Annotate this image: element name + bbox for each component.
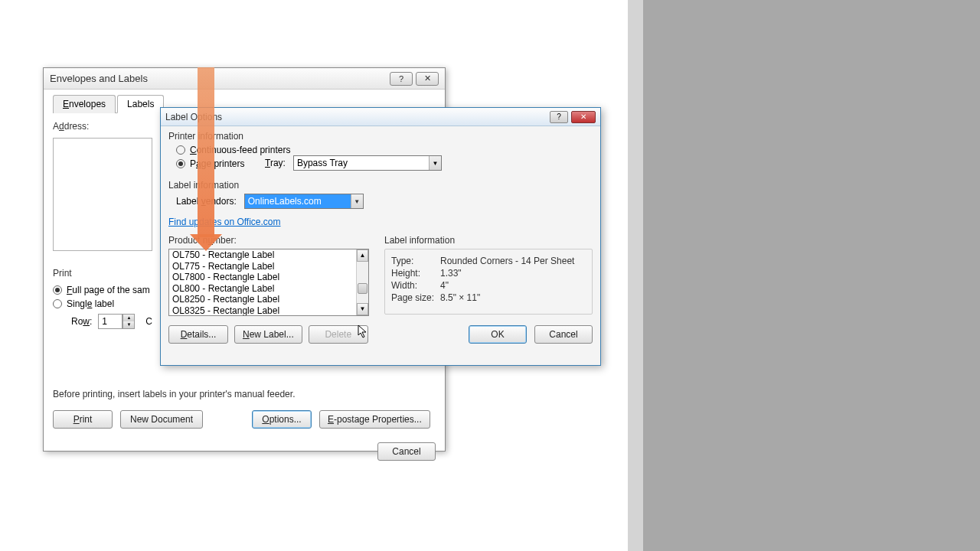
product-listbox[interactable]: OL750 - Rectangle Label OL775 - Rectangl… (168, 249, 369, 316)
col-stub: C (145, 316, 152, 327)
label-options-titlebar: Label Options ? ✕ (161, 108, 600, 126)
manual-feeder-note: Before printing, insert labels in your p… (53, 389, 436, 399)
listbox-scrollbar[interactable]: ▲ ▼ (356, 249, 368, 315)
close-button[interactable]: ✕ (571, 111, 596, 123)
radio-full-page[interactable] (53, 285, 62, 295)
label-info-heading: Label information (168, 180, 593, 191)
label-information-heading: Label information (384, 235, 593, 246)
annotation-arrow (198, 67, 214, 237)
row-input[interactable] (98, 314, 122, 329)
row-spinner[interactable]: ▲ ▼ (122, 314, 135, 329)
print-heading: Print (53, 268, 72, 279)
spinner-down-icon[interactable]: ▼ (123, 321, 134, 328)
address-textarea[interactable] (53, 138, 152, 251)
vendors-select[interactable]: OnlineLabels.com ▼ (244, 194, 364, 209)
info-page-label: Page size: (391, 292, 440, 303)
radio-single-label-text: Single label (67, 298, 114, 309)
info-width-value: 4" (440, 280, 449, 291)
info-type-value: Rounded Corners - 14 Per Sheet (440, 256, 574, 266)
row-label: Row: (71, 316, 92, 327)
vendors-value: OnlineLabels.com (248, 196, 322, 207)
ok-button[interactable]: OK (469, 325, 527, 344)
options-button[interactable]: Options... (252, 410, 312, 429)
tab-envelopes[interactable]: Envelopes (53, 95, 116, 113)
radio-single-label[interactable] (53, 299, 62, 308)
updates-link[interactable]: Find updates on Office.com (168, 217, 281, 227)
help-button[interactable]: ? (390, 72, 413, 86)
cancel-button[interactable]: Cancel (534, 325, 593, 344)
list-item[interactable]: OL775 - Rectangle Label (169, 261, 356, 272)
tray-select[interactable]: Bypass Tray ▼ (293, 155, 442, 171)
tab-labels[interactable]: Labels (117, 95, 164, 113)
new-label-button[interactable]: New Label... (234, 325, 302, 344)
print-button[interactable]: Print (53, 410, 113, 429)
dialog-title: Envelopes and Labels (50, 73, 387, 84)
list-item[interactable]: OL800 - Rectangle Label (169, 283, 356, 295)
tray-label: Tray: (265, 158, 286, 168)
background-panel (628, 0, 980, 551)
info-height-label: Height: (391, 268, 440, 279)
help-button[interactable]: ? (550, 111, 568, 123)
close-button[interactable]: ✕ (416, 72, 439, 86)
tray-value: Bypass Tray (297, 158, 348, 168)
scroll-thumb[interactable] (358, 283, 368, 294)
address-label: Address: (53, 121, 89, 132)
list-item[interactable]: OL750 - Rectangle Label (169, 249, 356, 261)
info-width-label: Width: (391, 280, 440, 291)
info-page-value: 8.5" × 11" (440, 292, 480, 303)
cancel-button[interactable]: Cancel (377, 442, 436, 461)
radio-continuous-feed[interactable] (176, 145, 185, 155)
radio-full-page-label: Full page of the sam (67, 285, 150, 295)
info-height-value: 1.33" (440, 268, 462, 279)
list-item[interactable]: OL7800 - Rectangle Label (169, 272, 356, 283)
label-options-dialog: Label Options ? ✕ Printer information Co… (160, 107, 601, 366)
radio-page-printers[interactable] (176, 159, 185, 168)
chevron-down-icon: ▼ (351, 194, 363, 208)
scroll-down-icon[interactable]: ▼ (357, 303, 368, 315)
chevron-down-icon: ▼ (429, 156, 441, 170)
new-document-button[interactable]: New Document (120, 410, 203, 429)
dialog-titlebar: Envelopes and Labels ? ✕ (44, 68, 445, 90)
label-info-panel: Type:Rounded Corners - 14 Per Sheet Heig… (384, 249, 593, 315)
details-button[interactable]: Details... (168, 325, 228, 344)
delete-button: Delete (309, 325, 368, 344)
epostage-button[interactable]: E-postage Properties... (319, 410, 430, 429)
spinner-up-icon[interactable]: ▲ (123, 315, 134, 321)
list-item[interactable]: OL8250 - Rectangle Label (169, 294, 356, 305)
printer-info-heading: Printer information (168, 131, 593, 142)
info-type-label: Type: (391, 256, 440, 266)
list-item[interactable]: OL8325 - Rectangle Label (169, 305, 356, 316)
scroll-up-icon[interactable]: ▲ (357, 249, 368, 262)
label-options-title: Label Options (165, 112, 550, 122)
